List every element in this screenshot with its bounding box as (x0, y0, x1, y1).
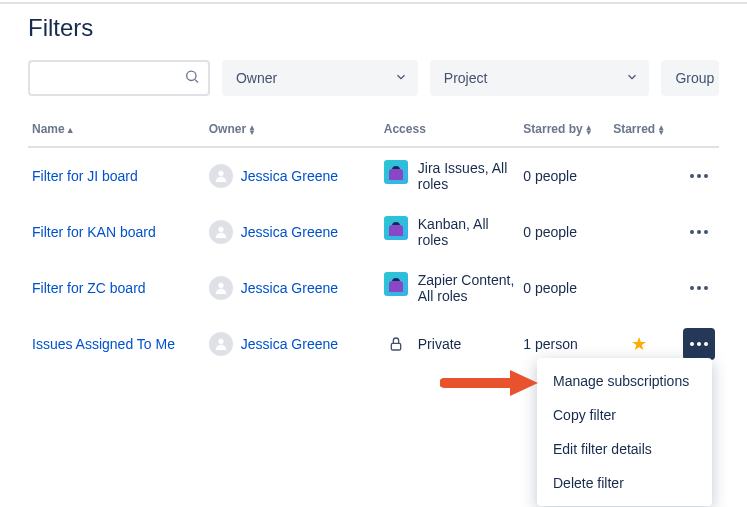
col-starred-by[interactable]: Starred by▲▼ (519, 116, 609, 147)
group-dropdown[interactable]: Group (661, 60, 719, 96)
filter-name-link[interactable]: Issues Assigned To Me (32, 336, 175, 352)
filter-name-link[interactable]: Filter for JI board (32, 168, 138, 184)
svg-point-2 (218, 171, 223, 176)
more-icon (690, 342, 708, 346)
access-text: Kanban, All roles (418, 216, 516, 248)
owner-dropdown-label: Owner (236, 70, 277, 86)
col-owner[interactable]: Owner▲▼ (205, 116, 380, 147)
table-row: Filter for KAN boardJessica GreeneKanban… (28, 204, 719, 260)
table-row: Filter for ZC boardJessica GreeneZapier … (28, 260, 719, 316)
project-dropdown-label: Project (444, 70, 488, 86)
col-name[interactable]: Name▲ (28, 116, 205, 147)
row-more-button[interactable] (683, 160, 715, 192)
starred-by-text: 0 people (519, 204, 609, 260)
row-more-button[interactable] (683, 216, 715, 248)
access-text: Jira Issues, All roles (418, 160, 516, 192)
svg-marker-8 (510, 370, 538, 396)
annotation-arrow (440, 368, 540, 401)
more-icon (690, 230, 708, 234)
filter-name-link[interactable]: Filter for KAN board (32, 224, 156, 240)
starred-by-text: 0 people (519, 260, 609, 316)
owner-dropdown[interactable]: Owner (222, 60, 418, 96)
menu-copy-filter[interactable]: Copy filter (537, 398, 712, 432)
project-icon (384, 272, 408, 296)
owner-link[interactable]: Jessica Greene (241, 168, 338, 184)
menu-edit-filter-details[interactable]: Edit filter details (537, 432, 712, 466)
row-more-button[interactable] (683, 328, 715, 360)
sort-dual-icon: ▲▼ (585, 125, 593, 135)
more-icon (690, 286, 708, 290)
search-input[interactable] (30, 70, 208, 86)
svg-point-4 (218, 283, 223, 288)
svg-point-0 (187, 71, 196, 80)
owner-link[interactable]: Jessica Greene (241, 336, 338, 352)
project-icon (384, 216, 408, 240)
svg-point-5 (218, 339, 223, 344)
group-dropdown-label: Group (675, 70, 714, 86)
col-access: Access (380, 116, 520, 147)
menu-manage-subscriptions[interactable]: Manage subscriptions (537, 364, 712, 398)
chevron-down-icon (394, 70, 408, 87)
project-dropdown[interactable]: Project (430, 60, 650, 96)
svg-point-3 (218, 227, 223, 232)
owner-link[interactable]: Jessica Greene (241, 280, 338, 296)
filter-controls: Owner Project Group (28, 60, 719, 96)
sort-dual-icon: ▲▼ (657, 125, 665, 135)
avatar (209, 220, 233, 244)
avatar (209, 164, 233, 188)
avatar (209, 276, 233, 300)
page-title: Filters (28, 14, 719, 42)
avatar (209, 332, 233, 356)
chevron-down-icon (625, 70, 639, 87)
access-text: Zapier Content, All roles (418, 272, 516, 304)
access-text: Private (418, 336, 462, 352)
row-more-button[interactable] (683, 272, 715, 304)
lock-icon (384, 336, 408, 352)
filter-name-link[interactable]: Filter for ZC board (32, 280, 146, 296)
svg-rect-6 (391, 343, 400, 350)
svg-line-1 (195, 80, 198, 83)
project-icon (384, 160, 408, 184)
sort-asc-icon: ▲ (66, 125, 75, 135)
col-starred[interactable]: Starred▲▼ (609, 116, 669, 147)
menu-delete-filter[interactable]: Delete filter (537, 466, 712, 500)
search-input-wrapper[interactable] (28, 60, 210, 96)
starred-by-text: 0 people (519, 147, 609, 204)
star-icon[interactable]: ★ (631, 334, 647, 354)
filters-table: Name▲ Owner▲▼ Access Starred by▲▼ Starre… (28, 116, 719, 372)
more-icon (690, 174, 708, 178)
table-row: Filter for JI boardJessica GreeneJira Is… (28, 147, 719, 204)
search-icon (184, 69, 200, 88)
row-actions-menu: Manage subscriptions Copy filter Edit fi… (537, 358, 712, 506)
owner-link[interactable]: Jessica Greene (241, 224, 338, 240)
sort-dual-icon: ▲▼ (248, 125, 256, 135)
